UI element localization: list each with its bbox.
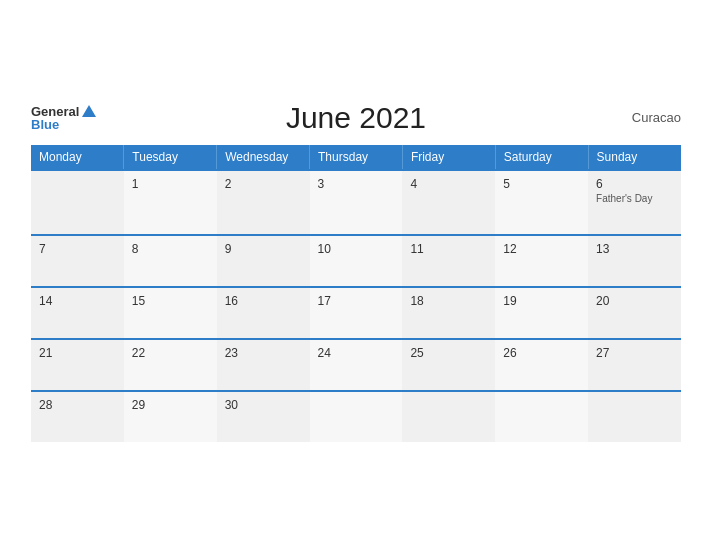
calendar-header: General Blue June 2021 Curacao [31, 105, 681, 131]
day-number: 20 [596, 294, 673, 308]
calendar-cell: 6Father's Day [588, 170, 681, 235]
weekday-header-sunday: Sunday [588, 145, 681, 170]
logo-blue-text: Blue [31, 118, 59, 131]
calendar-cell: 16 [217, 287, 310, 339]
calendar-cell [495, 391, 588, 442]
calendar-week-row: 14151617181920 [31, 287, 681, 339]
weekday-header-wednesday: Wednesday [217, 145, 310, 170]
calendar-cell: 26 [495, 339, 588, 391]
day-number: 8 [132, 242, 209, 256]
calendar-cell [402, 391, 495, 442]
day-number: 27 [596, 346, 673, 360]
calendar-cell: 14 [31, 287, 124, 339]
logo-area: General Blue [31, 105, 96, 131]
weekday-header-monday: Monday [31, 145, 124, 170]
logo-triangle-icon [82, 105, 96, 117]
day-number: 2 [225, 177, 302, 191]
day-number: 19 [503, 294, 580, 308]
calendar-cell: 23 [217, 339, 310, 391]
day-number: 4 [410, 177, 487, 191]
day-number: 25 [410, 346, 487, 360]
day-number: 18 [410, 294, 487, 308]
day-number: 11 [410, 242, 487, 256]
day-number: 10 [318, 242, 395, 256]
day-number: 7 [39, 242, 116, 256]
month-title: June 2021 [286, 101, 426, 135]
calendar-cell: 17 [310, 287, 403, 339]
day-number: 9 [225, 242, 302, 256]
calendar-week-row: 78910111213 [31, 235, 681, 287]
calendar-cell: 21 [31, 339, 124, 391]
logo-general-text: General [31, 105, 79, 118]
calendar-cell [31, 170, 124, 235]
calendar-cell: 7 [31, 235, 124, 287]
calendar-cell: 27 [588, 339, 681, 391]
day-number: 17 [318, 294, 395, 308]
day-number: 16 [225, 294, 302, 308]
weekday-header-thursday: Thursday [310, 145, 403, 170]
weekday-header-tuesday: Tuesday [124, 145, 217, 170]
calendar-cell: 19 [495, 287, 588, 339]
day-number: 12 [503, 242, 580, 256]
calendar-container: General Blue June 2021 Curacao MondayTue… [11, 89, 701, 462]
holiday-label: Father's Day [596, 193, 673, 204]
day-number: 21 [39, 346, 116, 360]
calendar-cell: 13 [588, 235, 681, 287]
day-number: 6 [596, 177, 673, 191]
calendar-cell: 2 [217, 170, 310, 235]
calendar-cell: 3 [310, 170, 403, 235]
calendar-week-row: 21222324252627 [31, 339, 681, 391]
day-number: 14 [39, 294, 116, 308]
calendar-cell: 22 [124, 339, 217, 391]
weekday-header-row: MondayTuesdayWednesdayThursdayFridaySatu… [31, 145, 681, 170]
calendar-cell: 9 [217, 235, 310, 287]
day-number: 13 [596, 242, 673, 256]
calendar-cell: 24 [310, 339, 403, 391]
weekday-header-saturday: Saturday [495, 145, 588, 170]
calendar-cell: 25 [402, 339, 495, 391]
calendar-cell: 5 [495, 170, 588, 235]
calendar-week-row: 123456Father's Day [31, 170, 681, 235]
day-number: 26 [503, 346, 580, 360]
calendar-cell: 10 [310, 235, 403, 287]
day-number: 22 [132, 346, 209, 360]
day-number: 23 [225, 346, 302, 360]
calendar-cell: 20 [588, 287, 681, 339]
calendar-cell: 30 [217, 391, 310, 442]
day-number: 15 [132, 294, 209, 308]
calendar-cell: 11 [402, 235, 495, 287]
calendar-cell [588, 391, 681, 442]
day-number: 30 [225, 398, 302, 412]
calendar-week-row: 282930 [31, 391, 681, 442]
calendar-cell: 4 [402, 170, 495, 235]
day-number: 24 [318, 346, 395, 360]
day-number: 5 [503, 177, 580, 191]
day-number: 3 [318, 177, 395, 191]
day-number: 1 [132, 177, 209, 191]
calendar-cell [310, 391, 403, 442]
weekday-header-friday: Friday [402, 145, 495, 170]
calendar-cell: 1 [124, 170, 217, 235]
calendar-cell: 8 [124, 235, 217, 287]
calendar-cell: 28 [31, 391, 124, 442]
day-number: 29 [132, 398, 209, 412]
calendar-cell: 18 [402, 287, 495, 339]
day-number: 28 [39, 398, 116, 412]
calendar-cell: 15 [124, 287, 217, 339]
region-label: Curacao [632, 110, 681, 125]
calendar-cell: 12 [495, 235, 588, 287]
calendar-table: MondayTuesdayWednesdayThursdayFridaySatu… [31, 145, 681, 442]
calendar-cell: 29 [124, 391, 217, 442]
